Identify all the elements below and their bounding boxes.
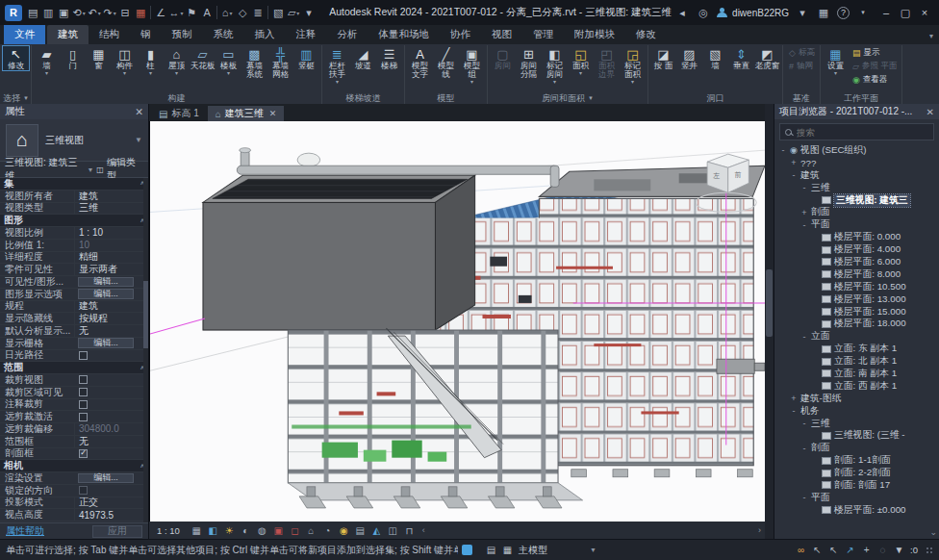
tree-item[interactable]: -三维	[777, 418, 939, 430]
level-button[interactable]: ◇标高	[786, 46, 818, 59]
properties-header[interactable]: 属性 ✕	[0, 104, 148, 119]
tab-管理[interactable]: 管理	[522, 25, 564, 44]
measure-icon[interactable]: ∠	[153, 5, 168, 20]
tree-item[interactable]: 楼层平面: 15.000	[777, 306, 939, 318]
tree-item[interactable]: 楼层平面: 13.000	[777, 293, 939, 306]
tree-item[interactable]: -三维	[777, 182, 939, 194]
instance-selector[interactable]: 三维视图: 建筑三维 ▼ ◫ 编辑类型	[0, 162, 148, 178]
floor-button[interactable]: ▭楼板▾	[216, 46, 241, 76]
default-3d-view-icon[interactable]: ⌂▾	[219, 5, 235, 20]
browser-search[interactable]	[779, 123, 934, 140]
constraints-icon[interactable]: ⊓	[402, 523, 417, 538]
tree-item[interactable]: -平面	[777, 492, 939, 504]
insert-icon[interactable]: ▦	[133, 5, 148, 20]
tag-area-button[interactable]: ◲标记 面积▾	[620, 46, 646, 85]
expander-icon[interactable]: -	[779, 145, 787, 155]
select-links-icon[interactable]: ∞	[794, 544, 808, 557]
chevron-down-icon[interactable]: ▼	[87, 166, 93, 173]
tree-item[interactable]: 楼层平面: ±0.000	[777, 504, 939, 517]
mullion-button[interactable]: ▥竖梃	[293, 46, 319, 70]
dropdown-caret-icon[interactable]: ▾	[98, 10, 101, 16]
expander-icon[interactable]: -	[800, 493, 808, 502]
stair-button[interactable]: ☰楼梯	[376, 46, 402, 70]
wall-button[interactable]: ▰墙▾	[34, 46, 60, 76]
3d-model-view[interactable]: 左 前	[150, 121, 765, 522]
tree-item[interactable]: -剖面	[777, 442, 939, 454]
tree-item[interactable]: 立面: 北 副本 1	[777, 355, 939, 368]
tab-系统[interactable]: 系统	[203, 25, 244, 44]
thin-lines-icon[interactable]: ≣	[250, 5, 266, 20]
shaft-button[interactable]: ▨竖井	[676, 46, 702, 70]
dropdown-caret-icon[interactable]: ▼	[23, 95, 29, 101]
edit-button[interactable]: 编辑...	[78, 473, 134, 484]
expander-icon[interactable]: -	[800, 220, 808, 230]
tab-视图[interactable]: 视图	[481, 25, 522, 44]
cart-icon[interactable]: ▦	[816, 5, 831, 20]
dropdown-caret-icon[interactable]: ▾	[114, 10, 116, 16]
ref-plane-button[interactable]: ▱参照 平面	[850, 60, 900, 72]
tab-结构[interactable]: 结构	[89, 25, 130, 44]
checkbox[interactable]	[79, 413, 88, 421]
ui-views-icon[interactable]: ▤	[25, 5, 40, 20]
column-button[interactable]: ▮柱▾	[138, 46, 164, 76]
property-value[interactable]: 精细	[74, 252, 148, 264]
crop-region-icon[interactable]: ◻	[288, 523, 302, 538]
expander-icon[interactable]: -	[790, 170, 798, 180]
reset-icon[interactable]: ◌	[876, 544, 890, 557]
dimension-icon[interactable]: ↔▾	[168, 5, 184, 20]
chevron-down-icon[interactable]: ▼	[135, 136, 142, 144]
dropdown-caret-icon[interactable]: ▾	[149, 70, 152, 76]
tree-item[interactable]: 剖面: 2-2剖面	[777, 467, 939, 479]
roof-button[interactable]: ⌂屋顶▾	[164, 46, 190, 76]
close-button[interactable]: ×	[915, 7, 934, 18]
dropdown-caret-icon[interactable]: ▼	[588, 95, 594, 101]
tab-插入[interactable]: 插入	[244, 25, 286, 44]
sync-icon[interactable]: ⟲▾	[71, 5, 87, 20]
property-value[interactable]: 无	[74, 325, 148, 337]
checkbox[interactable]	[79, 400, 88, 409]
property-value[interactable]: 无	[74, 436, 148, 447]
properties-help-link[interactable]: 属性帮助	[6, 524, 44, 538]
tree-item[interactable]: 剖面: 1-1剖面	[777, 454, 939, 467]
view-tab-建筑三维[interactable]: ⌂建筑三维✕	[208, 106, 285, 121]
expander-icon[interactable]: -	[800, 332, 808, 342]
tree-item[interactable]: 立面: 南 副本 1	[777, 368, 939, 380]
hide-isolate-icon[interactable]: ◔	[320, 523, 335, 538]
sun-path-icon[interactable]: ☀	[222, 523, 237, 538]
door-button[interactable]: ▯门	[60, 46, 86, 70]
railing-button[interactable]: ≣栏杆 扶手▾	[324, 46, 350, 85]
tab-修改[interactable]: 修改	[625, 25, 667, 44]
property-value[interactable]: 正交	[74, 497, 148, 509]
tree-item[interactable]: 三维视图: (三维 -	[777, 429, 939, 442]
show-workplane-button[interactable]: ▤显示	[850, 46, 900, 59]
dropdown-caret-icon[interactable]: ▾	[123, 70, 126, 76]
checkbox[interactable]	[79, 351, 88, 360]
dropdown-caret-icon[interactable]: ▾	[336, 79, 339, 85]
dropdown-caret-icon[interactable]: ▾	[229, 10, 232, 16]
window-button[interactable]: ▦窗	[86, 46, 112, 70]
scroll-down-icon[interactable]: ⌄	[929, 527, 937, 537]
tab-钢[interactable]: 钢	[130, 25, 162, 44]
expander-icon[interactable]: +	[790, 394, 798, 403]
close-inactive-icon[interactable]: ▧	[270, 5, 286, 20]
scale-button[interactable]: 1 : 10	[153, 525, 188, 536]
ramp-button[interactable]: ◢坡道	[350, 46, 376, 70]
tab-预制[interactable]: 预制	[162, 25, 203, 44]
tag-room-button[interactable]: ◧标记 房间▾	[542, 46, 568, 85]
tab-附加模块[interactable]: 附加模块	[564, 25, 625, 44]
checkbox[interactable]	[79, 388, 88, 396]
help-icon[interactable]: ?	[837, 7, 850, 19]
property-value[interactable]: 三维	[74, 203, 148, 215]
tab-协作[interactable]: 协作	[440, 25, 481, 44]
tree-item[interactable]: 立面: 东 副本 1	[777, 343, 939, 355]
vertical-opening-button[interactable]: ⇕垂直	[728, 46, 754, 70]
canvas-vertical-scrollbar[interactable]	[765, 104, 774, 539]
username[interactable]: diwenB22RG	[732, 8, 789, 18]
scroll-right-icon[interactable]: ›	[758, 525, 761, 535]
select-pinned-icon[interactable]: ↖	[826, 544, 841, 557]
property-value[interactable]: 1 : 10	[74, 227, 148, 239]
user-menu-caret-icon[interactable]: ▾	[795, 5, 810, 20]
select-by-face-icon[interactable]: ↗	[843, 544, 857, 557]
switch-windows-icon[interactable]: ▱▾	[286, 5, 301, 20]
tree-item[interactable]: 剖面: 剖面 17	[777, 479, 939, 492]
